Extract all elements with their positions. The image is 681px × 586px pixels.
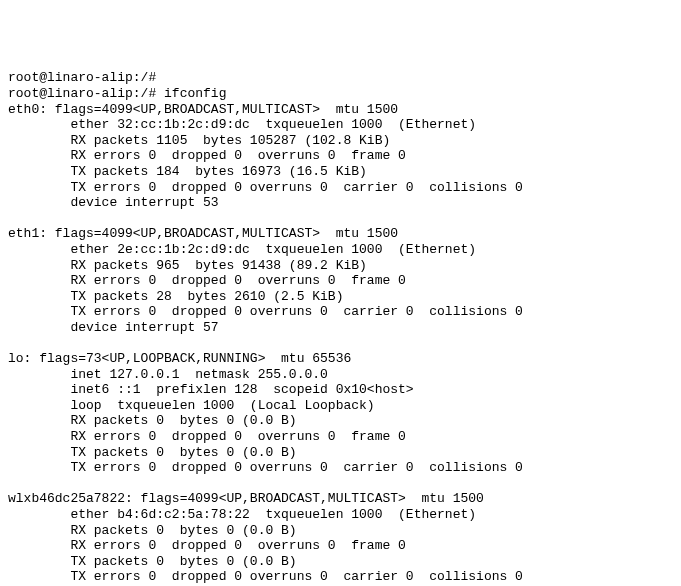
- lo-inet6: inet6 ::1 prefixlen 128 scopeid 0x10<hos…: [8, 382, 414, 397]
- eth1-tx-packets: TX packets 28 bytes 2610 (2.5 KiB): [8, 289, 343, 304]
- wlxb46-ether: ether b4:6d:c2:5a:78:22 txqueuelen 1000 …: [8, 507, 476, 522]
- wlxb46-tx-packets: TX packets 0 bytes 0 (0.0 B): [8, 554, 297, 569]
- eth1-ether: ether 2e:cc:1b:2c:d9:dc txqueuelen 1000 …: [8, 242, 476, 257]
- lo-rx-packets: RX packets 0 bytes 0 (0.0 B): [8, 413, 297, 428]
- eth0-ether: ether 32:cc:1b:2c:d9:dc txqueuelen 1000 …: [8, 117, 476, 132]
- wlxb46-rx-errors: RX errors 0 dropped 0 overruns 0 frame 0: [8, 538, 406, 553]
- eth1-header: eth1: flags=4099<UP,BROADCAST,MULTICAST>…: [8, 226, 398, 241]
- eth0-tx-packets: TX packets 184 bytes 16973 (16.5 KiB): [8, 164, 367, 179]
- lo-header: lo: flags=73<UP,LOOPBACK,RUNNING> mtu 65…: [8, 351, 351, 366]
- lo-rx-errors: RX errors 0 dropped 0 overruns 0 frame 0: [8, 429, 406, 444]
- eth0-rx-errors: RX errors 0 dropped 0 overruns 0 frame 0: [8, 148, 406, 163]
- eth0-interrupt: device interrupt 53: [8, 195, 219, 210]
- eth0-rx-packets: RX packets 1105 bytes 105287 (102.8 KiB): [8, 133, 390, 148]
- eth1-tx-errors: TX errors 0 dropped 0 overruns 0 carrier…: [8, 304, 523, 319]
- eth0-header: eth0: flags=4099<UP,BROADCAST,MULTICAST>…: [8, 102, 398, 117]
- eth0-tx-errors: TX errors 0 dropped 0 overruns 0 carrier…: [8, 180, 523, 195]
- eth1-rx-packets: RX packets 965 bytes 91438 (89.2 KiB): [8, 258, 367, 273]
- lo-tx-packets: TX packets 0 bytes 0 (0.0 B): [8, 445, 297, 460]
- lo-loop: loop txqueuelen 1000 (Local Loopback): [8, 398, 375, 413]
- wlxb46-rx-packets: RX packets 0 bytes 0 (0.0 B): [8, 523, 297, 538]
- eth1-rx-errors: RX errors 0 dropped 0 overruns 0 frame 0: [8, 273, 406, 288]
- lo-tx-errors: TX errors 0 dropped 0 overruns 0 carrier…: [8, 460, 523, 475]
- wlxb46-header: wlxb46dc25a7822: flags=4099<UP,BROADCAST…: [8, 491, 484, 506]
- prompt-line: root@linaro-alip:/#: [8, 70, 156, 85]
- wlxb46-tx-errors: TX errors 0 dropped 0 overruns 0 carrier…: [8, 569, 523, 584]
- eth1-interrupt: device interrupt 57: [8, 320, 219, 335]
- lo-inet: inet 127.0.0.1 netmask 255.0.0.0: [8, 367, 328, 382]
- prompt-command-line: root@linaro-alip:/# ifconfig: [8, 86, 226, 101]
